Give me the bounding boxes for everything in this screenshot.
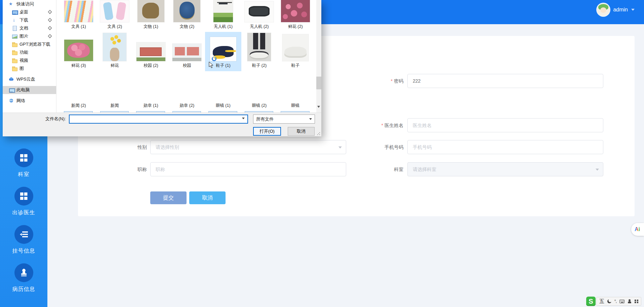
- nav-item-label: WPS云盘: [16, 76, 35, 82]
- sidebar-item[interactable]: 挂号信息: [0, 225, 47, 255]
- file-name-label: 鞋子 (1): [216, 63, 231, 69]
- file-item[interactable]: 校园: [169, 32, 205, 71]
- file-item[interactable]: 勋章 (2): [169, 103, 205, 113]
- file-item[interactable]: 新闻 (2): [61, 103, 97, 113]
- nav-item-label: 文档: [19, 25, 28, 31]
- dialog-nav-item[interactable]: 文档: [3, 24, 56, 32]
- pin-icon: [48, 18, 52, 22]
- file-item[interactable]: 文物 (2): [169, 0, 205, 30]
- file-item[interactable]: 鲜花 (2): [277, 0, 314, 30]
- file-name-label: 校园 (2): [144, 63, 158, 69]
- form-cancel-button[interactable]: 取消: [189, 191, 226, 204]
- filename-input[interactable]: [69, 115, 248, 124]
- sidebar-item-icon: [20, 154, 28, 162]
- nav-item-icon: [12, 50, 17, 55]
- user-menu[interactable]: admin: [597, 3, 635, 16]
- file-thumbnail: [103, 33, 126, 61]
- file-item[interactable]: 鞋子 (2): [241, 32, 278, 71]
- dialog-nav-item[interactable]: 下载: [3, 16, 56, 24]
- file-item[interactable]: 新闻: [97, 103, 133, 113]
- dialog-nav-item[interactable]: 桌面: [3, 8, 56, 16]
- nav-item-icon: [12, 26, 17, 31]
- file-thumbnail: [281, 0, 310, 22]
- dialog-nav-item[interactable]: 图片: [3, 32, 56, 40]
- file-thumbnail: [100, 1, 129, 22]
- file-item[interactable]: 眼镜: [277, 103, 314, 113]
- nav-item-label: 桌面: [19, 9, 28, 15]
- sidebar-item[interactable]: 出诊医生: [0, 187, 47, 216]
- file-item[interactable]: 眼镜 (1): [205, 103, 241, 113]
- file-name-label: 鲜花 (2): [288, 24, 303, 30]
- scrollbar-thumb[interactable]: [316, 77, 321, 89]
- file-item[interactable]: 眼镜 (2): [241, 103, 278, 113]
- dialog-nav-item[interactable]: 快速访问: [3, 0, 56, 8]
- file-thumbnail: [247, 33, 271, 61]
- person-icon[interactable]: [628, 299, 632, 303]
- nav-item-label: 功能: [19, 49, 28, 55]
- filename-dropdown-icon[interactable]: [242, 118, 245, 119]
- ai-assistant-button[interactable]: Ai: [631, 223, 644, 236]
- dialog-nav-item[interactable]: 功能: [3, 48, 56, 56]
- file-name-label: 文具 (2): [107, 24, 122, 30]
- busy-spinner-icon: [212, 56, 216, 61]
- ime-mode-toggle[interactable]: 五: [599, 298, 604, 305]
- punctuation-icon[interactable]: °,: [614, 299, 616, 304]
- title-field[interactable]: [150, 162, 346, 176]
- resize-grip[interactable]: [317, 132, 320, 135]
- file-item[interactable]: 勋章 (1): [133, 103, 169, 113]
- department-select[interactable]: 请选择科室: [407, 162, 603, 176]
- sidebar-item-circle: [14, 225, 33, 244]
- dialog-nav-item[interactable]: WPS云盘: [3, 75, 56, 83]
- doctor-name-field[interactable]: [407, 118, 603, 132]
- title-label: 职称: [78, 162, 147, 176]
- toolbox-grid-icon[interactable]: [635, 300, 638, 303]
- doctor-name-label: *医生姓名: [333, 118, 403, 132]
- file-item[interactable]: 文具 (2): [97, 0, 133, 30]
- ime-tray: 五 °,: [596, 297, 641, 306]
- moon-icon[interactable]: [607, 299, 611, 303]
- file-item[interactable]: 文具 (1): [61, 0, 97, 30]
- file-grid-row-2: 鲜花 (3) 鲜花 校园 (2) 校园 鞋子 (1) 鞋子 (2) 鞋子: [61, 32, 314, 71]
- file-item[interactable]: 校园 (2): [133, 32, 169, 71]
- file-thumbnail: [137, 0, 164, 22]
- dialog-nav-pane: 快速访问 桌面 下载 文档 图片 GPT浏览器下载: [3, 0, 56, 113]
- dialog-nav-item[interactable]: 视频: [3, 56, 56, 64]
- file-item[interactable]: 鲜花 (3): [61, 32, 97, 71]
- password-field[interactable]: [407, 74, 603, 88]
- filetype-select[interactable]: 所有文件: [253, 115, 315, 124]
- keyboard-icon[interactable]: [619, 300, 625, 303]
- file-item[interactable]: 无人机 (2): [241, 0, 278, 30]
- department-label: 科室: [333, 162, 403, 176]
- sidebar-item-circle: [14, 148, 33, 167]
- file-item[interactable]: 鞋子: [277, 32, 314, 71]
- sidebar-item[interactable]: 病历信息: [0, 263, 47, 293]
- file-thumbnail: [213, 0, 233, 22]
- dialog-scrollbar[interactable]: [316, 0, 321, 113]
- phone-label: 手机号码: [333, 140, 403, 154]
- file-thumbnail: [173, 0, 200, 22]
- user-avatar[interactable]: [597, 3, 610, 16]
- pin-icon: [48, 10, 52, 14]
- submit-button[interactable]: 提交: [150, 191, 187, 204]
- nav-item-icon: [9, 1, 14, 7]
- file-item[interactable]: 鲜花: [97, 32, 133, 71]
- dialog-nav-item[interactable]: GPT浏览器下载: [3, 40, 56, 48]
- dialog-nav-item[interactable]: 网络: [3, 97, 56, 105]
- file-item[interactable]: 无人机 (1): [205, 0, 241, 30]
- dialog-cancel-button[interactable]: 取消: [288, 127, 315, 136]
- sidebar-item[interactable]: 科室: [0, 148, 47, 178]
- ai-logo: Ai: [635, 226, 640, 232]
- sogou-logo-icon[interactable]: S: [586, 297, 596, 306]
- gender-select[interactable]: 请选择性别: [150, 140, 346, 154]
- file-item[interactable]: 文物 (1): [133, 0, 169, 30]
- file-name-label: 文物 (2): [179, 24, 194, 30]
- dialog-nav-item[interactable]: 图: [3, 64, 56, 73]
- scrollbar-down-arrow-icon[interactable]: [317, 106, 320, 108]
- phone-field[interactable]: [407, 140, 603, 154]
- nav-item-icon: [12, 9, 17, 15]
- sidebar-item-circle: [14, 263, 33, 282]
- sidebar-item-label: 科室: [18, 171, 30, 178]
- open-button[interactable]: 打开(O): [253, 127, 281, 136]
- nav-item-label: 快速访问: [16, 1, 34, 7]
- dialog-nav-item[interactable]: 此电脑: [3, 86, 56, 94]
